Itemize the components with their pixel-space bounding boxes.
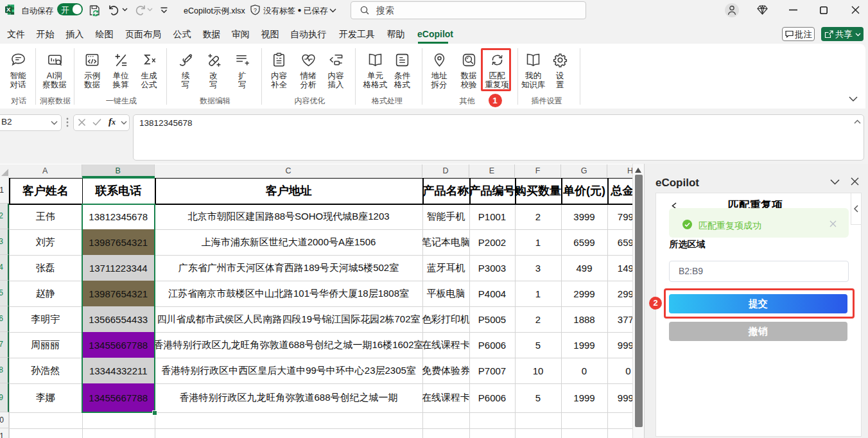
svg-text:?: ? [254,6,257,13]
svg-text:X: X [6,6,11,13]
